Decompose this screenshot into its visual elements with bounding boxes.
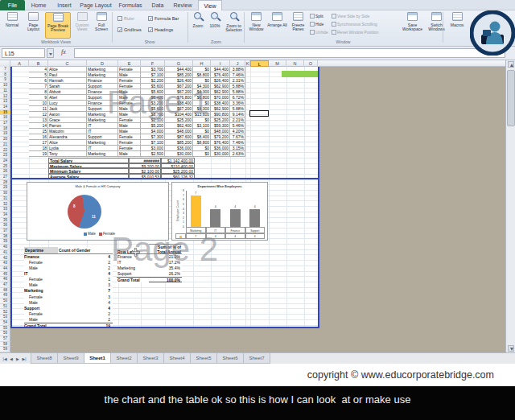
cell[interactable]: 16 <box>29 134 48 140</box>
cell[interactable]: 3.36% <box>230 101 245 106</box>
worksheet-grid[interactable]: 7891011121314151617181920212223242526272… <box>0 67 505 352</box>
green-highlight-cell[interactable] <box>282 71 318 77</box>
zoom-button[interactable]: Zoom <box>190 12 206 39</box>
cell[interactable]: Female <box>118 146 141 151</box>
row-header-40[interactable]: 40 <box>0 245 10 250</box>
scroll-down-icon[interactable] <box>508 345 514 352</box>
full-screen-button[interactable]: Full Screen <box>92 12 111 39</box>
cell[interactable]: 2.31% <box>230 78 245 84</box>
sheet-nav-1[interactable]: ◀ <box>8 355 14 363</box>
row-header-29[interactable]: 29 <box>0 185 10 191</box>
switch-windows-button[interactable]: Switch Windows <box>425 12 448 39</box>
row-header-11[interactable]: 11 <box>0 89 10 94</box>
cell[interactable]: $36,000 <box>165 146 193 151</box>
row-header-46[interactable]: 46 <box>0 277 10 282</box>
row-header-47[interactable]: 47 <box>0 282 10 288</box>
cell[interactable]: $4,300 <box>193 84 211 89</box>
print-area-right-border[interactable] <box>318 67 319 328</box>
page-break-line[interactable] <box>10 178 319 179</box>
tab-view[interactable]: View <box>198 0 222 10</box>
row-header-43[interactable]: 43 <box>0 261 10 266</box>
cell[interactable]: 12 <box>29 112 48 117</box>
cell[interactable]: Finance <box>87 101 118 106</box>
bar-chart[interactable]: Department Wise EmployeesEmployee Count0… <box>171 182 268 241</box>
cell[interactable]: Jack <box>48 106 87 112</box>
cell[interactable]: Alexandra <box>48 134 87 140</box>
row-header-37[interactable]: 37 <box>0 229 10 234</box>
cell[interactable]: 3.15% <box>230 146 245 151</box>
cell[interactable]: $76,800 <box>165 95 193 101</box>
pivot-row-label[interactable]: Female <box>24 294 58 300</box>
cell[interactable]: Paul <box>48 72 87 78</box>
cell[interactable]: Lucy <box>48 101 87 106</box>
cell[interactable]: Alice <box>48 140 87 146</box>
sheet-tab-sheet2[interactable]: Sheet2 <box>110 353 138 364</box>
cell[interactable]: $70,000 <box>211 95 230 101</box>
row-header-36[interactable]: 36 <box>0 223 10 229</box>
unhide-button[interactable]: Unhide <box>310 29 328 36</box>
row-header-24[interactable]: 24 <box>0 159 10 164</box>
pivot-row-value[interactable]: 4 <box>58 254 113 260</box>
synchronous-scrolling-button[interactable]: Synchronous Scrolling <box>332 21 377 28</box>
arrange-all-button[interactable]: Arrange All <box>267 12 287 39</box>
cell[interactable]: 15 <box>29 129 48 134</box>
row-header-12[interactable]: 12 <box>0 94 10 100</box>
cell[interactable]: Support <box>87 84 118 89</box>
tab-file[interactable]: File <box>0 0 25 10</box>
cell[interactable]: Abbott <box>48 89 87 95</box>
cell[interactable]: $7,100 <box>141 140 165 146</box>
sheet-tab-sheet5[interactable]: Sheet5 <box>190 353 217 364</box>
cell[interactable]: $0 <box>193 101 211 106</box>
cell[interactable]: $4,300 <box>193 106 211 112</box>
cell[interactable]: Marketing <box>87 67 118 72</box>
row-header-34[interactable]: 34 <box>0 212 10 218</box>
save-workspace-button[interactable]: Save Workspace <box>401 12 424 39</box>
cell[interactable]: 19 <box>29 151 48 157</box>
column-header-C[interactable]: C <box>48 60 87 67</box>
cell[interactable]: $3,700 <box>141 67 165 72</box>
cell[interactable]: Marketing <box>87 112 118 117</box>
column-header-I[interactable]: I <box>211 60 230 67</box>
view-side-by-side-button[interactable]: View Side by Side <box>332 13 369 20</box>
cell[interactable]: Support <box>87 106 118 112</box>
cell[interactable]: Grace <box>48 117 87 123</box>
cell[interactable]: $104,400 <box>165 112 193 117</box>
row-header-16[interactable]: 16 <box>0 115 10 121</box>
row-header-59[interactable]: 59 <box>0 347 10 352</box>
row-header-51[interactable]: 51 <box>0 304 10 310</box>
pivot-row-value[interactable]: 2 <box>58 317 113 323</box>
cell[interactable]: $2,100 <box>141 117 165 123</box>
pivot-row-value[interactable]: 100.0% <box>149 277 182 282</box>
pivot-row-value[interactable]: 35.4% <box>149 266 182 271</box>
row-header-39[interactable]: 39 <box>0 239 10 245</box>
row-header-20[interactable]: 20 <box>0 137 10 142</box>
pivot-row-label[interactable]: Support <box>117 271 149 277</box>
cell[interactable]: 13 <box>29 117 48 123</box>
cell[interactable]: $62,900 <box>211 84 230 89</box>
sheet-tab-sheet3[interactable]: Sheet3 <box>137 353 164 364</box>
cell[interactable]: $76,400 <box>211 140 230 146</box>
tab-review[interactable]: Review <box>170 0 196 10</box>
cell[interactable]: $8,700 <box>141 112 165 117</box>
cell[interactable]: $30,000 <box>211 151 230 157</box>
pivot-row-value[interactable]: 21.2% <box>149 254 182 260</box>
column-header-L[interactable]: L <box>250 60 269 67</box>
cell[interactable]: $0 <box>193 117 211 123</box>
column-header-F[interactable]: F <box>141 60 165 67</box>
tab-insert[interactable]: Insert <box>52 0 76 10</box>
cell[interactable]: 8 <box>29 89 48 95</box>
row-header-22[interactable]: 22 <box>0 148 10 154</box>
pivot-row-value[interactable]: 17.2% <box>149 260 182 266</box>
cell[interactable]: Female <box>118 67 141 72</box>
cell[interactable]: $0 <box>193 78 211 84</box>
cell[interactable]: Malcolm <box>48 129 87 134</box>
pivot-row-value[interactable]: 2 <box>58 311 113 317</box>
cell[interactable]: Male <box>118 123 141 129</box>
cell[interactable]: Female <box>118 134 141 140</box>
cell[interactable]: Male <box>118 106 141 112</box>
cell[interactable]: $44,400 <box>211 67 230 72</box>
pivot-row-value[interactable]: 4 <box>58 300 113 306</box>
page-break-preview-button[interactable]: Page Break Preview <box>45 12 71 39</box>
row-header-50[interactable]: 50 <box>0 299 10 304</box>
row-header-49[interactable]: 49 <box>0 293 10 299</box>
